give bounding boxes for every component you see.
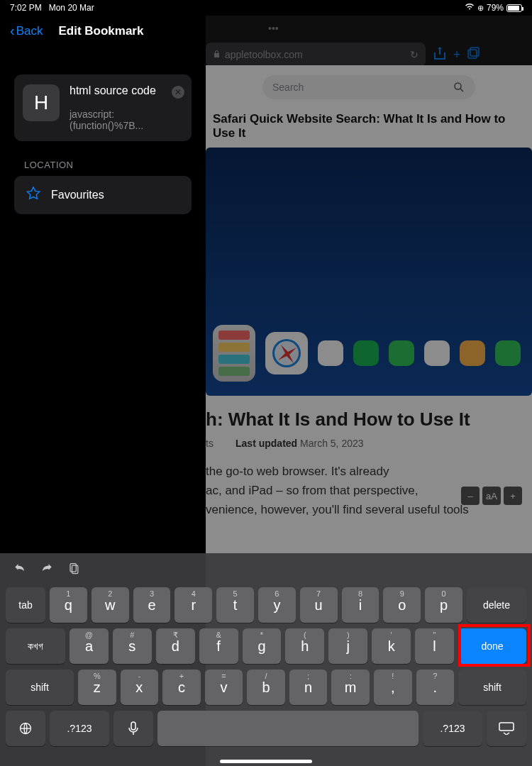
bookmark-card: H html source code javascript:(function(… <box>14 74 192 141</box>
tabs-icon[interactable] <box>465 47 482 63</box>
refresh-icon[interactable]: ↻ <box>410 49 419 60</box>
key-.[interactable]: ?. <box>416 670 455 705</box>
url-bar[interactable]: appletoolbox.com ↻ <box>206 43 426 67</box>
facetime-app-icon <box>495 340 521 366</box>
status-date: Mon 20 Mar <box>49 3 94 13</box>
key-p[interactable]: 0p <box>425 587 462 623</box>
keyboard-row-3: shift %z-x+c=v/b;n:m!,?. shift <box>6 670 526 705</box>
dictation-key[interactable] <box>113 711 153 746</box>
back-label: Back <box>16 24 43 38</box>
share-icon[interactable] <box>431 46 448 64</box>
key-f[interactable]: &f <box>199 628 238 664</box>
key-u[interactable]: 7u <box>300 587 338 623</box>
more-dots-icon[interactable]: ••• <box>268 23 279 34</box>
key-z[interactable]: %z <box>78 670 116 705</box>
battery-percent: 79% <box>487 3 504 13</box>
keyboard-row-4: .?123 .?123 <box>6 711 526 746</box>
keyboard-row-1: tab 1q2w3e4r5t6y7u8i9o0p delete <box>6 587 526 623</box>
key-g[interactable]: *g <box>243 628 282 664</box>
settings-app-icon <box>213 325 255 382</box>
search-icon <box>453 81 465 94</box>
back-button[interactable]: ‹ Back <box>10 23 43 39</box>
hide-keyboard-key[interactable] <box>487 711 526 746</box>
key-i[interactable]: 8i <box>342 587 379 623</box>
key-e[interactable]: 3e <box>133 587 171 623</box>
lock-icon <box>213 49 221 60</box>
key-k[interactable]: 'k <box>372 628 411 664</box>
svg-rect-9 <box>499 723 514 731</box>
key-s[interactable]: #s <box>113 628 152 664</box>
text-smaller-button[interactable]: – <box>461 487 480 505</box>
new-tab-icon[interactable]: + <box>448 48 465 62</box>
star-icon <box>26 186 41 204</box>
symbols-key-left[interactable]: .?123 <box>50 711 109 746</box>
key-a[interactable]: @a <box>70 628 109 664</box>
svg-rect-1 <box>468 50 477 58</box>
bookmark-url-field[interactable]: javascript:(function()%7B... <box>70 109 183 131</box>
key-v[interactable]: =v <box>205 670 243 705</box>
chrome-app-icon <box>318 340 343 366</box>
search-placeholder: Search <box>272 82 304 93</box>
battery-icon <box>506 4 522 12</box>
undo-icon[interactable] <box>13 562 27 579</box>
highlight-box-done-key <box>458 624 531 667</box>
clear-field-button[interactable]: ✕ <box>172 86 184 99</box>
key-n[interactable]: ;n <box>289 670 328 705</box>
article-small-title: Safari Quick Website Search: What It Is … <box>213 112 525 140</box>
key-w[interactable]: 2w <box>92 587 129 623</box>
symbols-key-right[interactable]: .?123 <box>423 711 482 746</box>
bookmark-name-field[interactable]: html source code <box>70 84 183 97</box>
messages-app-icon <box>389 340 414 366</box>
dock-illustration <box>206 325 532 382</box>
status-time: 7:02 PM <box>10 3 42 13</box>
orientation-lock-icon: ⊕ <box>477 4 484 13</box>
chevron-left-icon: ‹ <box>10 23 15 39</box>
status-bar: 7:02 PM Mon 20 Mar ⊕ 79% <box>0 0 532 16</box>
key-l[interactable]: "l <box>415 628 454 664</box>
key-d[interactable]: ₹d <box>156 628 195 664</box>
svg-rect-0 <box>470 48 479 56</box>
text-reset-button[interactable]: aA <box>482 487 501 505</box>
key-,[interactable]: !, <box>374 670 412 705</box>
onscreen-keyboard: tab 1q2w3e4r5t6y7u8i9o0p delete কখগ @a#s… <box>0 553 532 766</box>
wifi-icon <box>465 3 475 13</box>
text-larger-button[interactable]: + <box>504 487 522 505</box>
site-search-input[interactable]: Search <box>262 75 475 99</box>
shift-key-left[interactable]: shift <box>6 670 74 705</box>
panel-title: Edit Bookmark <box>58 24 143 38</box>
key-t[interactable]: 5t <box>216 587 254 623</box>
language-key[interactable]: কখগ <box>6 628 65 664</box>
location-value: Favourites <box>51 189 104 201</box>
space-key[interactable] <box>157 711 419 746</box>
svg-rect-8 <box>131 722 135 730</box>
key-c[interactable]: +c <box>162 670 201 705</box>
key-y[interactable]: 6y <box>258 587 296 623</box>
article-title: h: What It Is and How to Use It <box>206 409 532 431</box>
keyboard-toolbar <box>6 559 526 587</box>
safari-app-icon <box>265 332 308 374</box>
shift-key-right[interactable]: shift <box>458 670 526 705</box>
location-section-label: LOCATION <box>24 160 182 170</box>
delete-key[interactable]: delete <box>467 587 526 623</box>
key-h[interactable]: (h <box>285 628 324 664</box>
key-j[interactable]: )j <box>328 628 367 664</box>
key-o[interactable]: 9o <box>383 587 421 623</box>
home-indicator[interactable] <box>220 760 312 763</box>
redo-icon[interactable] <box>40 562 54 579</box>
key-x[interactable]: -x <box>121 670 159 705</box>
svg-point-2 <box>455 83 461 89</box>
globe-key[interactable] <box>6 711 45 746</box>
svg-rect-6 <box>72 565 78 574</box>
hero-image <box>206 148 532 396</box>
key-r[interactable]: 4r <box>174 587 212 623</box>
keyboard-row-2: কখগ @a#s₹d&f*g(h)j'k"l done <box>6 628 526 664</box>
photos-app-icon <box>460 340 485 366</box>
clipboard-icon[interactable] <box>67 562 81 579</box>
key-b[interactable]: /b <box>247 670 285 705</box>
url-text: appletoolbox.com <box>225 49 303 60</box>
key-q[interactable]: 1q <box>50 587 87 623</box>
location-row[interactable]: Favourites <box>14 176 192 214</box>
tab-key[interactable]: tab <box>6 587 45 623</box>
key-m[interactable]: :m <box>331 670 370 705</box>
spotify-app-icon <box>353 340 379 366</box>
